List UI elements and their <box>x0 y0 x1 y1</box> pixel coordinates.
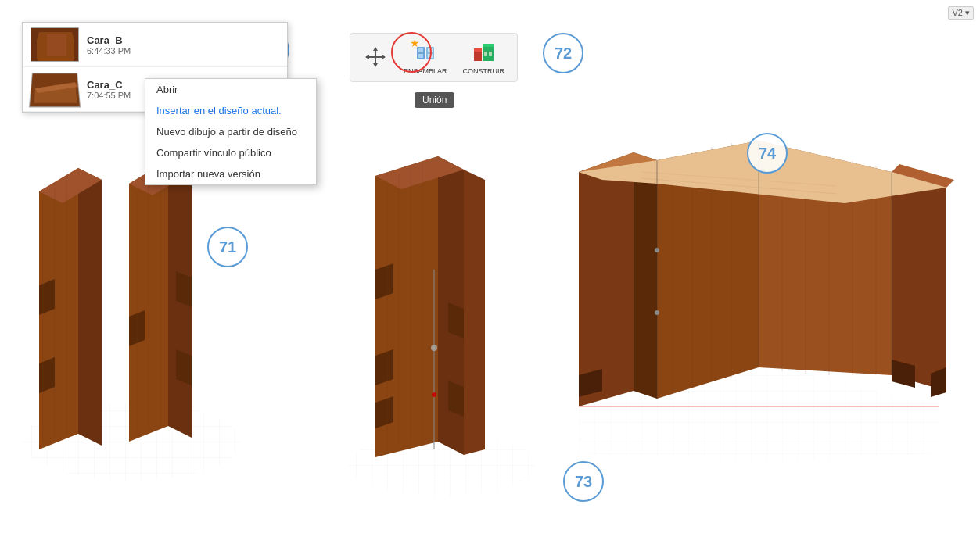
ensamblar-label: ENSAMBLAR <box>404 67 447 75</box>
svg-marker-51 <box>448 381 464 417</box>
svg-marker-33 <box>176 271 192 307</box>
menu-item-abrir[interactable]: Abrir <box>145 79 316 100</box>
context-menu: Abrir Insertar en el diseño actual. Nuev… <box>145 78 317 185</box>
svg-rect-18 <box>474 52 482 61</box>
svg-rect-19 <box>474 48 482 52</box>
svg-point-54 <box>432 392 436 397</box>
ensamblar-button[interactable]: ★ ENSAMBLAR <box>397 37 454 78</box>
scene-71 <box>16 145 246 484</box>
svg-marker-61 <box>579 152 634 406</box>
move-button[interactable] <box>357 41 394 74</box>
cara-c-time: 7:04:55 PM <box>87 91 131 100</box>
construir-button[interactable]: CONSTRUIR <box>457 37 512 78</box>
svg-rect-16 <box>428 48 433 52</box>
svg-rect-14 <box>418 54 423 58</box>
move-icon <box>363 45 388 70</box>
menu-item-importar[interactable]: Importar nueva versión <box>145 163 316 184</box>
cara-b-name: Cara_B <box>87 34 131 46</box>
svg-marker-48 <box>375 349 393 385</box>
star-icon: ★ <box>410 37 420 49</box>
construir-icon <box>471 40 496 65</box>
step-71-circle: 71 <box>207 227 248 267</box>
svg-marker-50 <box>448 302 464 338</box>
svg-point-86 <box>655 248 659 252</box>
union-tooltip: Unión <box>415 92 454 108</box>
cara-b-thumbnail <box>31 27 79 62</box>
svg-marker-29 <box>39 357 55 393</box>
svg-point-87 <box>655 310 659 315</box>
menu-item-nuevo-dibujo[interactable]: Nuevo dibujo a partir de diseño <box>145 121 316 142</box>
svg-marker-11 <box>382 55 386 59</box>
construir-label: CONSTRUIR <box>463 67 505 75</box>
cara-c-name: Cara_C <box>87 79 131 91</box>
svg-rect-22 <box>484 52 487 56</box>
svg-marker-28 <box>39 279 55 315</box>
svg-point-53 <box>431 345 437 351</box>
version-badge[interactable]: V2 ▾ <box>948 6 974 20</box>
menu-item-compartir[interactable]: Compartir vínculo público <box>145 142 316 163</box>
svg-marker-8 <box>373 47 378 51</box>
svg-rect-21 <box>483 44 494 47</box>
scene-73 <box>340 152 547 507</box>
svg-marker-26 <box>78 168 102 446</box>
menu-item-insertar[interactable]: Insertar en el diseño actual. <box>145 100 316 121</box>
svg-marker-46 <box>464 170 485 455</box>
step-74-circle: 74 <box>747 133 788 174</box>
svg-marker-10 <box>365 55 369 59</box>
cara-c-info: Cara_C 7:04:55 PM <box>87 79 131 100</box>
cara-b-info: Cara_B 6:44:33 PM <box>87 34 131 55</box>
svg-rect-17 <box>428 54 433 58</box>
step-72-circle: 72 <box>543 33 583 73</box>
svg-rect-2 <box>47 34 66 56</box>
svg-rect-23 <box>489 52 492 56</box>
file-item-cara-b[interactable]: Cara_B 6:44:33 PM <box>23 23 287 67</box>
svg-marker-75 <box>892 172 946 391</box>
svg-marker-9 <box>373 63 378 67</box>
ensamblar-icon: ★ <box>413 40 438 65</box>
svg-marker-62 <box>634 152 657 399</box>
svg-marker-47 <box>375 263 393 299</box>
cara-b-time: 6:44:33 PM <box>87 46 131 55</box>
cara-c-thumbnail <box>29 73 81 107</box>
toolbar-area: ★ ENSAMBLAR CONSTRUIR <box>350 33 518 82</box>
svg-marker-34 <box>176 349 192 385</box>
